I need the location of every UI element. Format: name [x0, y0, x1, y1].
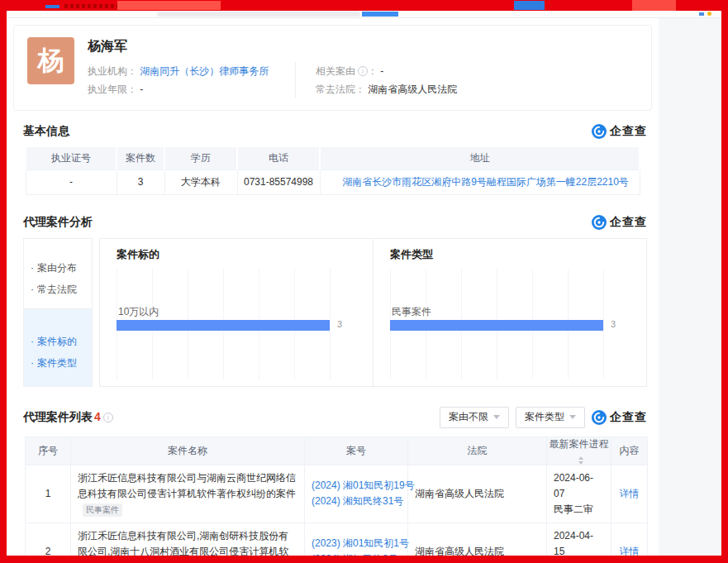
court-name: 湖南省高级人民法院: [408, 465, 547, 522]
col-license-no: 执业证号: [26, 146, 117, 169]
case-count-badge: 4: [94, 410, 101, 423]
col-case-name: 案件名称: [71, 437, 305, 465]
case-number-link[interactable]: (2024) 湘知民终31号: [312, 494, 401, 509]
nav-item-cause-distribution[interactable]: 案由分布: [31, 257, 92, 279]
progress-stage: 民事二审: [554, 502, 604, 518]
col-case-count: 案件数: [117, 146, 164, 169]
toolbar-blue-chip: [362, 12, 398, 17]
redaction-block-right: [632, 0, 676, 11]
redaction-block-left: [117, 1, 221, 10]
col-case-number: 案号: [305, 437, 408, 465]
org-label: 执业机构：: [88, 65, 137, 77]
extension-icon: [699, 12, 704, 16]
cause-colon: ：: [368, 65, 378, 77]
col-index: 序号: [26, 437, 71, 465]
case-type-tag: 民事案件: [83, 503, 122, 517]
qichacha-logo-icon: [592, 410, 607, 425]
case-list-table: 序号 案件名称 案号 法院 最新案件进程 内容 1 浙江禾匠信息科技有限公司与湖…: [25, 437, 648, 556]
bar-category-label: 民事案件: [392, 305, 431, 319]
chart-title: 案件类型: [390, 247, 646, 262]
col-address: 地址: [320, 146, 640, 169]
info-icon[interactable]: [103, 413, 113, 422]
case-list-header-row: 序号 案件名称 案号 法院 最新案件进程 内容: [26, 437, 648, 465]
section-title-basic-info: 基本信息: [23, 124, 69, 139]
chart-title: 案件标的: [117, 247, 373, 262]
extension-icon-2: [707, 12, 711, 16]
latest-progress-label: 最新案件进程: [550, 438, 609, 450]
redaction-block-blue: [514, 1, 545, 10]
years-value: -: [140, 83, 143, 95]
address-bar-remnant: [157, 12, 360, 17]
redaction-frame-right: [721, 0, 728, 563]
nav-item-case-type[interactable]: 案件类型: [31, 352, 92, 374]
license-no-value: -: [26, 169, 117, 194]
qichacha-logo-text: 企查查: [610, 410, 647, 425]
charts-container: 案件标的 10万以内 3 案件类型 民事案件 3: [99, 238, 647, 387]
basic-info-header-row: 执业证号 案件数 学历 电话 地址: [26, 146, 640, 169]
qichacha-logo-text: 企查查: [610, 124, 647, 139]
chart-case-type: 案件类型 民事案件 3: [373, 239, 646, 386]
section-title-case-list: 代理案件列表: [23, 410, 93, 423]
years-label: 执业年限：: [88, 83, 137, 95]
page-title: 杨海军: [88, 38, 638, 55]
chevron-down-icon: [493, 415, 500, 419]
row-index: 1: [26, 465, 71, 522]
filter-case-type-dropdown[interactable]: 案件类型: [516, 407, 585, 428]
case-name: 浙江禾匠信息科技有限公司,湖南创研科技股份有限公司,湖南十八洞村酒业有限公司侵害…: [78, 530, 288, 556]
bar-chart-plot: 10万以内 3: [117, 269, 331, 379]
browser-toolbar-strip: [7, 11, 721, 18]
frequent-court-label: 常去法院：: [316, 83, 365, 95]
redaction-frame-bottom: [0, 556, 728, 563]
avatar: 杨: [27, 37, 74, 84]
browser-tab-marker: [45, 5, 59, 8]
profile-card: 杨 杨海军 执业机构： 湖南同升（长沙）律师事务所 执业年限： - 相关案由：: [13, 25, 652, 111]
filter-case-type-label: 案件类型: [525, 410, 564, 424]
detail-link[interactable]: 详情: [620, 488, 640, 499]
qichacha-logo-icon: [592, 124, 607, 139]
row-index: 2: [26, 522, 71, 556]
bar-value: 3: [337, 319, 342, 329]
redaction-frame-top: [0, 0, 728, 11]
cause-label: 相关案由: [316, 65, 355, 77]
col-latest-progress[interactable]: 最新案件进程: [547, 437, 611, 465]
bar-value: 3: [611, 319, 616, 329]
lawyer-profile-page: 杨 杨海军 执业机构： 湖南同升（长沙）律师事务所 执业年限： - 相关案由：: [7, 18, 659, 556]
cause-value: -: [380, 65, 383, 77]
analysis-panel: 案由分布 常去法院 案件标的 案件类型 案件标的 10万以内 3 案件类型 民事: [23, 238, 647, 387]
redacted-tab-text: [64, 4, 117, 8]
court-name: 湖南省高级人民法院: [408, 522, 547, 556]
redaction-frame-left: [0, 0, 7, 563]
qichacha-logo-text: 企查查: [610, 215, 647, 230]
address-link[interactable]: 湖南省长沙市雨花区湘府中路9号融程国际广场第一幢22层2210号: [342, 176, 629, 188]
nav-item-frequent-courts[interactable]: 常去法院: [31, 279, 92, 300]
detail-link[interactable]: 详情: [620, 546, 640, 556]
info-icon[interactable]: [358, 66, 368, 76]
qichacha-watermark: 企查查: [592, 215, 647, 230]
nav-item-case-amount[interactable]: 案件标的: [31, 331, 92, 352]
case-count-value: 3: [117, 169, 164, 194]
qichacha-watermark: 企查查: [592, 410, 647, 425]
bar: [117, 320, 330, 331]
case-number-link[interactable]: (2023) 湘01知民初1号: [312, 536, 401, 551]
analysis-nav: 案由分布 常去法院 案件标的 案件类型: [23, 238, 93, 387]
col-education: 学历: [164, 146, 237, 169]
law-firm-link[interactable]: 湖南同升（长沙）律师事务所: [140, 65, 269, 77]
basic-info-table: 执业证号 案件数 学历 电话 地址 - 3 大学本科 0731-85574998…: [25, 146, 640, 195]
case-name: 浙江禾匠信息科技有限公司与湖南云商世纪网络信息科技有限公司侵害计算机软件著作权纠…: [78, 472, 296, 499]
chevron-down-icon: [569, 415, 576, 419]
chart-case-amount: 案件标的 10万以内 3: [100, 239, 373, 386]
bar: [390, 320, 603, 331]
bar-chart-plot: 民事案件 3: [390, 269, 604, 379]
progress-date: 2024-04-15: [554, 528, 604, 556]
basic-info-value-row: - 3 大学本科 0731-85574998 湖南省长沙市雨花区湘府中路9号融程…: [26, 169, 640, 194]
qichacha-watermark: 企查查: [592, 124, 647, 139]
sort-icon[interactable]: [578, 456, 583, 465]
phone-value: 0731-85574998: [237, 169, 320, 194]
frequent-court-value: 湖南省高级人民法院: [368, 83, 457, 95]
filter-cause-dropdown[interactable]: 案由不限: [440, 407, 509, 428]
bar-category-label: 10万以内: [118, 305, 159, 319]
case-number-link[interactable]: (2024) 湘01知民初19号: [312, 478, 401, 494]
section-title-analysis: 代理案件分析: [23, 215, 93, 230]
education-value: 大学本科: [164, 169, 237, 194]
table-row: 1 浙江禾匠信息科技有限公司与湖南云商世纪网络信息科技有限公司侵害计算机软件著作…: [26, 465, 648, 522]
